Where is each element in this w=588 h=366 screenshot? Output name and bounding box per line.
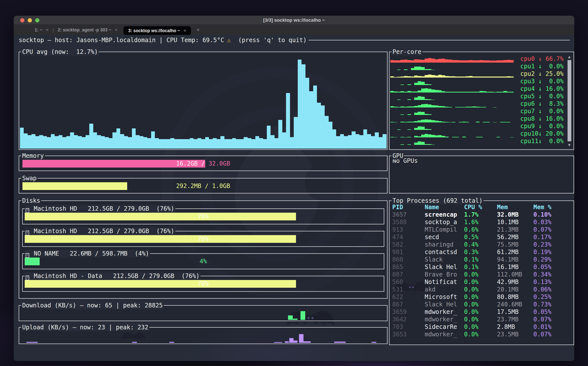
process-cell-pcpu: 0.1% (464, 256, 497, 263)
cpu-history-bar (356, 134, 359, 149)
cpu-history-bar (97, 135, 101, 149)
process-cell-pmemp: 0.07% (533, 331, 573, 338)
spark-bar (394, 77, 397, 78)
process-cell-pmemp: 0.34% (533, 271, 573, 278)
spark-bar (476, 77, 480, 78)
processes-panel: Top Processes (692 total) PID Name CPU %… (389, 200, 574, 345)
core-label: cpu10↓ 20.0% (516, 130, 564, 137)
process-cell-pcpu: 0.6% (464, 226, 497, 233)
upload-panel: Upload (KB/s) — now: 23 | peak: 232 (19, 327, 388, 344)
core-row: cpu1 ↓ 0.0% (390, 63, 564, 70)
tab-1-close-icon[interactable]: × (46, 25, 49, 35)
spark-bar (459, 92, 462, 92)
core-label: cpu2 ↓ 25.0% (516, 70, 564, 78)
spark-bar (480, 91, 483, 92)
memory-panel: Memory 16.2GB / 32.0GB16.2GB / 32.0GB (19, 156, 388, 171)
tab-2-close-icon[interactable]: × (115, 25, 117, 35)
process-row: 3653mdworker_0.0%23.5MB0.07% (390, 331, 573, 338)
spark-bar (431, 120, 435, 122)
cpu-history-bar (217, 139, 220, 149)
gauge-label: 292.2MB / 1.0GB (22, 182, 127, 190)
net-bar (299, 334, 303, 343)
spark-bar (425, 69, 428, 70)
process-cell-pmemp: 0.17% (533, 233, 573, 241)
spark-bar (500, 92, 503, 92)
core-row: cpu8 ↓ 16.0% (390, 115, 564, 122)
titlebar[interactable]: [3/3] socktop ws://localho ~ (14, 16, 574, 25)
cpu-history-bar (209, 139, 213, 149)
cpu-history-bar (59, 135, 62, 149)
gpu-title: GPU (392, 152, 404, 160)
spark-bar (421, 104, 425, 107)
spark-bar (438, 121, 442, 122)
spark-bar (459, 60, 462, 63)
scroll-up-icon[interactable]: ▲ (568, 54, 571, 59)
process-cell-pname: contactsd (425, 248, 464, 256)
gpu-panel: GPU No GPUs (389, 156, 574, 193)
spark-bar (452, 92, 456, 92)
cpu-history-bar (359, 135, 363, 149)
cpu-history-bar (78, 136, 82, 149)
per-core-scrollbar[interactable]: ▲ ▼ (566, 54, 572, 147)
process-cell-pname: secd (425, 233, 464, 241)
gauge-label: 76% (25, 235, 296, 243)
new-tab-button[interactable]: + (193, 27, 204, 33)
process-row: 3659mdworker_0.0%17.5MB0.05% (390, 308, 573, 316)
spark-bar (480, 77, 483, 78)
disk-gauge: 76%76% (25, 280, 382, 288)
process-cell-pmemp: 0.07% (533, 316, 573, 323)
column-header-cpu: CPU % (464, 203, 497, 211)
disk-panel: ? Macintosh HD 212.5GB / 279.0GB (76%)76… (22, 231, 384, 247)
spark-bar (486, 60, 490, 63)
process-cell-pname: SidecarRe (425, 323, 464, 331)
process-row: 981contactsd0.3%61.2MB0.19% (390, 248, 573, 256)
spark-bar (435, 90, 438, 92)
scrollbar-thumb[interactable] (568, 60, 571, 141)
cpu-history-bar (167, 139, 170, 149)
tab-3-close-icon[interactable]: × (184, 26, 186, 35)
spark-bar (449, 122, 452, 122)
process-cell-pmem: 17.5MB (497, 308, 533, 316)
tab-2[interactable]: 2: socktop_agent -p 303 ~ × (54, 25, 121, 35)
cpu-history-bar (178, 139, 182, 149)
process-row: 865Slack Hel0.1%16.1MB0.05% (390, 263, 573, 271)
window-title: [3/3] socktop ws://localho ~ (14, 16, 574, 25)
net-bar (334, 342, 346, 343)
cpu-history-bar (340, 134, 344, 149)
process-cell-pname: mdworker_ (425, 316, 464, 323)
process-cell-pid: 474 (392, 233, 425, 241)
spark-bar (493, 122, 497, 122)
spark-bar (428, 114, 431, 115)
core-label: cpu3 ↓ 0.0% (516, 78, 564, 85)
scroll-down-icon[interactable]: ▼ (568, 142, 571, 147)
cpu-history-bar (155, 138, 159, 149)
core-sparkline (390, 116, 514, 122)
tab-3-active[interactable]: 3: socktop ws://localho ~ × (123, 26, 191, 35)
core-sparkline (390, 86, 514, 92)
cpu-history-bar (213, 138, 216, 149)
core-row: cpu11↓ 0.0% (390, 137, 564, 145)
cpu-history-bar (201, 139, 205, 149)
cpu-history-bar (305, 78, 309, 149)
tab-1[interactable]: 1: ~ × (31, 25, 52, 35)
cpu-history-bar (43, 136, 47, 149)
spark-bar (462, 122, 466, 122)
spark-bar (400, 106, 404, 107)
spark-bar (425, 104, 428, 107)
cpu-history-bar (151, 131, 155, 149)
process-cell-pid: 3657 (392, 211, 425, 218)
cpu-history-bar (332, 129, 336, 149)
spark-bar (397, 129, 401, 130)
spark-bar (507, 76, 510, 78)
spark-bar (418, 91, 421, 92)
spark-bar (500, 122, 503, 122)
spark-bar (431, 145, 435, 145)
process-cell-pcpu: 0.0% (464, 323, 497, 331)
process-cell-pmem: 2.8MB (497, 323, 533, 331)
spark-bar (425, 99, 428, 100)
cpu-history-bar (329, 122, 332, 149)
spark-bar (404, 122, 407, 122)
column-header-pid: PID (392, 203, 425, 211)
tab-3-label: 3: socktop ws://localho ~ (128, 26, 180, 35)
spark-bar (445, 76, 449, 78)
